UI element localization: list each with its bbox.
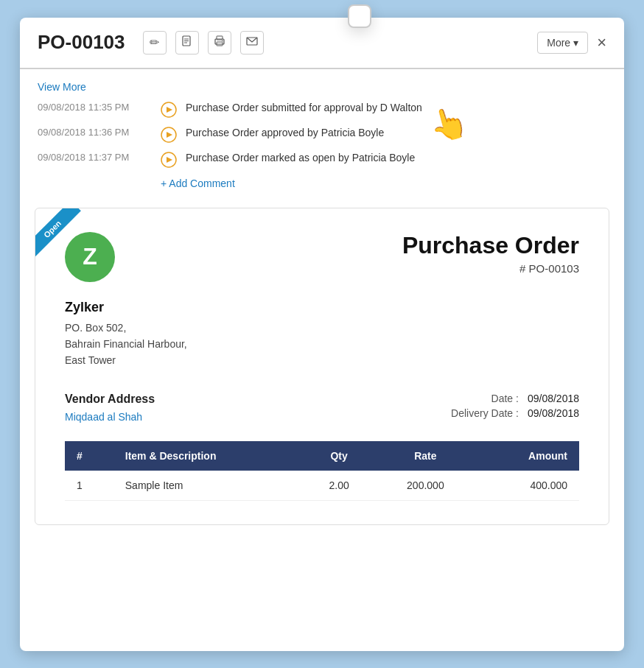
col-rate: Rate: [375, 441, 476, 471]
svg-marker-14: [167, 157, 172, 163]
activity-text-1: Purchase Order submitted for approval by…: [186, 102, 422, 113]
open-badge: Open: [35, 208, 94, 267]
svg-marker-10: [167, 107, 172, 113]
activity-icon-3: [161, 152, 177, 168]
row-rate: 200.000: [375, 471, 476, 501]
chevron-down-icon: ▾: [573, 37, 578, 49]
company-address-line2: Bahrain Financial Harbour,: [65, 336, 579, 352]
date-row: Date : 09/08/2018: [451, 393, 579, 404]
col-num: #: [65, 441, 113, 471]
activity-item-2: 09/08/2018 11:36 PM Purchase Order appro…: [38, 127, 606, 143]
edit-icon: ✏: [150, 35, 159, 49]
delivery-date-label: Delivery Date :: [451, 407, 519, 419]
row-qty: 2.00: [303, 471, 375, 501]
table-body: 1 Sample Item 2.00 200.000 400.000: [65, 471, 579, 501]
doc-title: Purchase Order: [402, 232, 579, 259]
activity-text-3: Purchase Order marked as open by Patrici…: [186, 152, 415, 164]
vendor-name-link[interactable]: Miqdaad al Shah: [65, 411, 142, 423]
date-section: Date : 09/08/2018 Delivery Date : 09/08/…: [451, 393, 579, 422]
activity-icon-1: [161, 102, 177, 118]
email-button[interactable]: [240, 31, 264, 55]
activity-text-2: Purchase Order approved by Patricia Boyl…: [186, 127, 384, 138]
date-value: 09/08/2018: [528, 393, 579, 404]
company-address-line1: PO. Box 502,: [65, 320, 579, 336]
activity-icon-2: [161, 127, 177, 143]
activity-section: View More 09/08/2018 11:35 PM Purchase O…: [20, 69, 624, 196]
print-icon: [214, 35, 225, 50]
vendor-section: Vendor Address Miqdaad al Shah Date : 09…: [65, 393, 579, 423]
doc-header: Z Purchase Order # PO-00103: [65, 232, 579, 282]
row-description: Sample Item: [113, 471, 303, 501]
vendor-label: Vendor Address: [65, 393, 155, 406]
col-qty: Qty: [303, 441, 375, 471]
delivery-date-row: Delivery Date : 09/08/2018: [451, 407, 579, 419]
activity-timestamp-3: 09/08/2018 11:37 PM: [38, 152, 152, 163]
row-num: 1: [65, 471, 113, 501]
more-label: More: [547, 37, 570, 49]
vendor-info: Vendor Address Miqdaad al Shah: [65, 393, 155, 423]
close-button[interactable]: ×: [597, 33, 606, 52]
document-icon: [181, 35, 193, 50]
more-button[interactable]: More ▾: [537, 32, 588, 54]
items-table: # Item & Description Qty Rate Amount 1 S…: [65, 441, 579, 501]
open-badge-label: Open: [35, 208, 81, 258]
activity-timestamp-2: 09/08/2018 11:36 PM: [38, 127, 152, 138]
svg-point-7: [222, 40, 223, 41]
company-address-line3: East Tower: [65, 352, 579, 368]
header-icons: ✏: [143, 31, 264, 55]
view-more-link[interactable]: View More: [38, 81, 606, 93]
table-row: 1 Sample Item 2.00 200.000 400.000: [65, 471, 579, 501]
row-amount: 400.000: [476, 471, 579, 501]
col-amount: Amount: [476, 441, 579, 471]
activity-item-1: 09/08/2018 11:35 PM Purchase Order submi…: [38, 102, 606, 118]
modal-header: PO-00103 ✏: [20, 18, 624, 69]
print-button[interactable]: [208, 31, 231, 55]
modal-container: Convert to Bill 👆 PO-00103 ✏: [20, 18, 624, 651]
activity-timestamp-1: 09/08/2018 11:35 PM: [38, 102, 152, 113]
convert-bill-popup: Convert to Bill: [348, 4, 371, 28]
date-label: Date :: [491, 393, 519, 404]
col-desc: Item & Description: [113, 441, 303, 471]
modal-title: PO-00103: [38, 31, 125, 54]
email-icon: [246, 35, 258, 50]
document-section: Open Z Purchase Order # PO-00103 Zylker …: [35, 208, 609, 525]
document-button[interactable]: [175, 31, 199, 55]
doc-number: # PO-00103: [402, 262, 579, 275]
doc-title-section: Purchase Order # PO-00103: [402, 232, 579, 275]
delivery-date-value: 09/08/2018: [528, 407, 579, 419]
edit-button[interactable]: ✏: [143, 31, 167, 55]
company-info: Zylker PO. Box 502, Bahrain Financial Ha…: [65, 300, 579, 369]
activity-item-3: 09/08/2018 11:37 PM Purchase Order marke…: [38, 152, 606, 168]
add-comment-link[interactable]: + Add Comment: [161, 177, 235, 189]
svg-marker-12: [167, 132, 172, 138]
company-address: PO. Box 502, Bahrain Financial Harbour, …: [65, 320, 579, 369]
company-name: Zylker: [65, 300, 579, 315]
table-header: # Item & Description Qty Rate Amount: [65, 441, 579, 471]
